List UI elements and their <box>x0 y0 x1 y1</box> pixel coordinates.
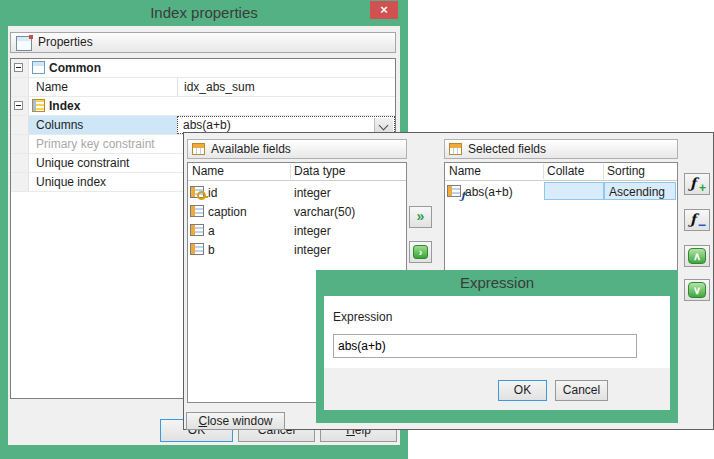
property-name: Primary key constraint <box>36 137 155 151</box>
property-name: Name <box>36 80 68 94</box>
expression-dialog-title: Expression <box>316 270 678 296</box>
arrow-down-icon: ∨ <box>688 282 706 298</box>
category-label: Index <box>49 99 80 113</box>
selected-row-expression[interactable]: ƒ abs(a+b) Ascending <box>445 182 677 201</box>
column-header-sorting: Sorting <box>607 164 645 178</box>
list-item-caption[interactable]: caption varchar(50) <box>188 202 406 221</box>
table-key-icon <box>190 186 204 198</box>
available-fields-header: Available fields <box>187 139 407 159</box>
plus-icon: + <box>699 183 706 193</box>
expression-cancel-button[interactable]: Cancel <box>555 380 608 401</box>
table-icon <box>192 143 205 155</box>
property-value[interactable]: idx_abs_sum <box>177 78 395 96</box>
expression-dialog: Expression Expression OK Cancel <box>316 270 678 423</box>
expression-input[interactable] <box>333 334 637 358</box>
minus-icon: − <box>698 220 706 230</box>
double-arrow-right-icon: » <box>417 208 425 224</box>
available-list-header: Name Data type <box>188 163 406 181</box>
expression-label: Expression <box>333 310 392 324</box>
property-name: Unique index <box>36 175 106 189</box>
close-icon[interactable]: × <box>370 1 398 19</box>
table-icon <box>190 224 204 236</box>
expression-client-area: Expression OK Cancel <box>324 296 670 410</box>
arrow-right-icon: › <box>413 245 428 259</box>
list-item-id[interactable]: id integer <box>188 183 406 202</box>
table-icon <box>190 205 204 217</box>
properties-header-bar: Properties <box>10 32 396 53</box>
collapse-toggle[interactable] <box>14 63 23 72</box>
collate-cell[interactable] <box>544 182 604 200</box>
collapse-toggle[interactable] <box>14 101 23 110</box>
move-down-button[interactable]: ∨ <box>684 279 710 301</box>
selected-fields-header: Selected fields <box>444 139 678 159</box>
selected-list-header: Name Collate Sorting <box>445 163 677 181</box>
category-row-common[interactable]: Common <box>11 59 395 78</box>
table-icon <box>449 143 462 155</box>
dialog-title: Index properties <box>0 0 408 26</box>
list-item-b[interactable]: b integer <box>188 240 406 259</box>
function-icon: ƒ <box>690 175 696 191</box>
column-header-name: Name <box>192 164 224 178</box>
common-section-icon <box>32 61 45 74</box>
table-icon <box>190 243 204 255</box>
expression-ok-button[interactable]: OK <box>498 380 547 401</box>
index-section-icon <box>32 99 45 112</box>
move-one-right-button[interactable]: › <box>409 241 432 263</box>
close-window-button[interactable]: Close window <box>186 412 285 430</box>
property-row-name[interactable]: Name idx_abs_sum <box>11 78 395 97</box>
column-header-datatype: Data type <box>294 164 345 178</box>
function-icon: ƒ <box>690 211 696 227</box>
arrow-up-icon: ∧ <box>688 248 706 264</box>
add-expression-button[interactable]: ƒ + <box>684 173 710 195</box>
category-label: Common <box>49 61 101 75</box>
edit-expression-button[interactable]: ƒ − <box>684 209 710 231</box>
move-up-button[interactable]: ∧ <box>684 245 710 267</box>
sorting-cell[interactable]: Ascending <box>604 182 676 200</box>
category-row-index[interactable]: Index <box>11 97 395 116</box>
combo-dropdown-button[interactable] <box>374 118 393 132</box>
property-name: Columns <box>36 118 83 132</box>
column-header-collate: Collate <box>547 164 584 178</box>
properties-header-label: Properties <box>38 33 93 52</box>
chevron-down-icon <box>379 121 389 131</box>
list-item-a[interactable]: a integer <box>188 221 406 240</box>
expression-footer: OK Cancel <box>324 368 670 410</box>
column-header-name: Name <box>449 164 481 178</box>
properties-icon <box>16 36 32 51</box>
move-all-right-button[interactable]: » <box>409 206 432 228</box>
table-function-icon: ƒ <box>447 185 461 197</box>
property-name: Unique constraint <box>36 156 129 170</box>
